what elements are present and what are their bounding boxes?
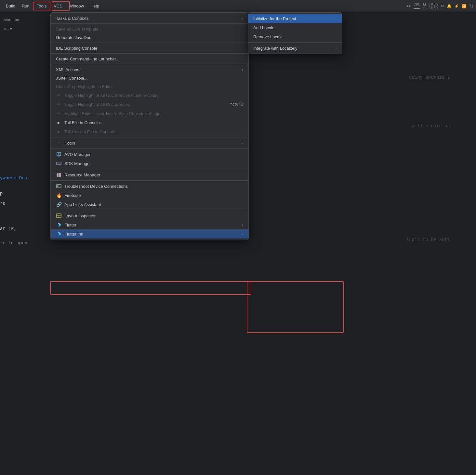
menu-item-kotlin[interactable]: · Kotlin ›: [51, 138, 248, 148]
layout-icon: [56, 213, 62, 219]
layout-label: Layout Inspector: [64, 213, 96, 218]
separator-3: [51, 53, 248, 54]
menu-item-resource[interactable]: Resource Manager: [51, 170, 248, 179]
menu-item-highlight-grep: ✏ Highlight Editor according to Grep Con…: [51, 109, 248, 118]
applinks-icon: 🔗: [56, 201, 62, 207]
menu-item-flutter-intl[interactable]: Flutter Intl ›: [51, 229, 248, 238]
troubleshoot-label: Troubleshoot Device Connections: [64, 184, 128, 189]
menu-item-tasks[interactable]: Tasks & Contexts ›: [51, 14, 248, 22]
tail-file-icon: ▶: [56, 120, 62, 125]
left-code-2: P: [0, 192, 3, 197]
flutter-intl-icon: [56, 231, 62, 237]
left-code-3: ^R: [0, 201, 6, 207]
menu-item-tail-file[interactable]: ▶ Tail File in Console...: [51, 118, 248, 127]
applinks-label: App Links Assistant: [64, 202, 101, 207]
net-label: 0 KB/s0 KB/s: [429, 3, 438, 10]
flutter-arrow: ›: [242, 223, 243, 227]
highlight-grep-icon: ✏: [56, 110, 62, 116]
code-bg-3: lugin to be acti: [406, 237, 450, 242]
menu-item-toggle-highlight-custom: ✏ Toggle Highlight of All Occurrences (c…: [51, 91, 248, 100]
menu-item-xml-actions[interactable]: XML Actions ›: [51, 65, 248, 74]
menubar: Build Run Tools VCS Window Help 👓 CPU▬▬ …: [0, 0, 476, 12]
separator-5: [51, 137, 248, 137]
mail-icon: ✉: [441, 4, 444, 8]
flutter-intl-submenu: Initialize for the Project Add Locale Re…: [248, 12, 342, 54]
firebase-icon: 🔥: [56, 192, 62, 198]
kotlin-label: Kotlin: [64, 141, 75, 146]
sdk-icon: [56, 160, 62, 166]
submenu-item-add-locale[interactable]: Add Locale: [248, 23, 342, 32]
generate-javadoc-label: Generate JavaDoc...: [56, 35, 95, 40]
submenu-item-integrate[interactable]: Integrate with Localzely ›: [248, 44, 342, 53]
menu-item-jshell[interactable]: JShell Console...: [51, 74, 248, 82]
live-template-label: Save as Live Template...: [56, 27, 102, 32]
avd-icon: [56, 151, 62, 157]
tail-current-label: Tail Current File in Console: [64, 129, 115, 134]
left-code-4: ar ⇧⌘;: [0, 226, 16, 231]
tasks-arrow: ›: [242, 16, 243, 21]
menu-item-tail-current: ▶ Tail Current File in Console: [51, 127, 248, 136]
svg-rect-6: [57, 175, 59, 177]
integrate-arrow: ›: [335, 46, 337, 51]
menubar-item-help[interactable]: Help: [87, 2, 102, 10]
menu-item-firebase[interactable]: 🔥 Firebase: [51, 191, 248, 200]
svg-rect-5: [59, 173, 61, 175]
menu-item-applinks[interactable]: 🔗 App Links Assistant: [51, 200, 248, 209]
menu-item-live-template: Save as Live Template...: [51, 25, 248, 33]
menu-item-clear-grep: Clear Grep Highlights in Editor: [51, 82, 248, 91]
toggle-highlight-icon: ✏: [56, 101, 62, 107]
add-locale-label: Add Locale: [253, 25, 274, 30]
menubar-item-window[interactable]: Window: [66, 2, 87, 10]
ide-scripting-label: IDE Scripting Console: [56, 46, 97, 51]
branch-selector[interactable]: s... ▾: [1, 26, 47, 32]
submenu-separator: [248, 42, 342, 43]
left-code-1: ywhere Dou: [0, 175, 27, 181]
remove-locale-label: Remove Locale: [253, 34, 283, 39]
separator-7: [51, 169, 248, 169]
code-bg-2: will create ne: [412, 123, 450, 129]
firebase-label: Firebase: [64, 193, 81, 198]
submenu-item-remove-locale[interactable]: Remove Locale: [248, 32, 342, 41]
integrate-label: Integrate with Localzely: [253, 46, 298, 51]
submenu-item-initialize[interactable]: Initialize for the Project: [248, 14, 342, 23]
menubar-item-build[interactable]: Build: [3, 2, 19, 10]
menubar-right: 👓 CPU▬▬ M◌ 0 KB/s0 KB/s ✉ 🔔 ⚡ 📶 71: [406, 3, 473, 10]
jshell-label: JShell Console...: [56, 76, 88, 81]
status-glasses: 👓: [406, 4, 411, 8]
menu-item-flutter[interactable]: Flutter ›: [51, 220, 248, 229]
menubar-item-run[interactable]: Run: [19, 2, 33, 10]
flutter-intl-label: Flutter Intl: [64, 232, 83, 237]
menu-item-avd[interactable]: AVD Manager: [51, 150, 248, 159]
svg-point-2: [58, 153, 59, 155]
separator-9: [51, 210, 248, 210]
separator-6: [51, 148, 248, 149]
menu-item-generate-javadoc[interactable]: Generate JavaDoc...: [51, 33, 248, 42]
toggle-highlight-custom-icon: ✏: [56, 92, 62, 98]
menubar-item-tools[interactable]: Tools: [33, 2, 50, 10]
svg-rect-4: [57, 173, 59, 175]
separator-4: [51, 64, 248, 64]
flutter-intl-arrow: ›: [242, 232, 243, 237]
separator-2: [51, 43, 248, 43]
toggle-highlight-custom-label: Toggle Highlight of All Occurrences (cus…: [64, 93, 158, 98]
separator-8: [51, 180, 248, 181]
svg-rect-3: [57, 162, 61, 165]
resource-icon: [56, 172, 62, 178]
tasks-label: Tasks & Contexts: [56, 16, 88, 21]
menu-item-troubleshoot[interactable]: Troubleshoot Device Connections: [51, 182, 248, 191]
menu-item-sdk[interactable]: SDK Manager: [51, 159, 248, 168]
resource-label: Resource Manager: [64, 173, 100, 177]
sdk-label: SDK Manager: [64, 161, 91, 166]
highlight-grep-label: Highlight Editor according to Grep Conso…: [64, 111, 160, 116]
menu-item-ide-scripting[interactable]: IDE Scripting Console: [51, 44, 248, 52]
cpu-label: CPU▬▬: [414, 3, 420, 10]
svg-rect-1: [58, 156, 60, 157]
flutter-label: Flutter: [64, 223, 76, 227]
svg-rect-7: [59, 175, 61, 177]
menu-item-layout[interactable]: Layout Inspector: [51, 211, 248, 220]
menubar-item-vcs[interactable]: VCS: [50, 2, 66, 10]
menu-item-create-launcher[interactable]: Create Command-line Launcher...: [51, 55, 248, 63]
left-code-5: re to open: [0, 240, 27, 246]
bluetooth-icon: ⚡: [454, 4, 459, 8]
clear-grep-label: Clear Grep Highlights in Editor: [56, 84, 113, 89]
